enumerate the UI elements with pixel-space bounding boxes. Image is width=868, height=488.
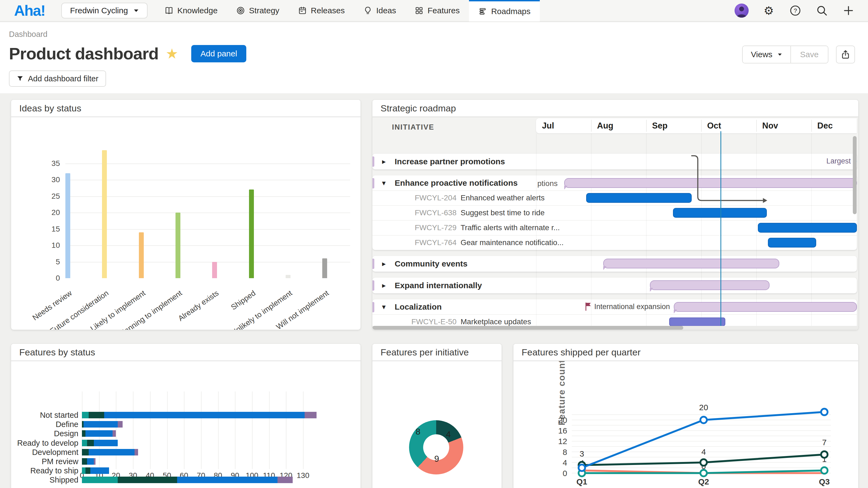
feature-bar[interactable]	[673, 208, 767, 218]
nav-item-features[interactable]: Features	[405, 0, 469, 22]
caret-right-icon[interactable]: ▸	[382, 260, 389, 268]
initiative-row-label[interactable]: ▸Expand internationally	[382, 278, 482, 293]
nav-item-roadmaps[interactable]: Roadmaps	[469, 0, 540, 22]
x-tick-label: 130	[292, 471, 314, 480]
caret-down-icon[interactable]: ▾	[382, 179, 389, 187]
month-label: Sep	[652, 118, 668, 133]
panel-strategic-roadmap: Strategic roadmap INITIATIVEJulAugSepOct…	[372, 99, 859, 330]
initiative-accent	[372, 178, 374, 188]
nav-item-label: Features	[428, 6, 460, 15]
bar-segment-teal	[82, 412, 89, 418]
initiative-row-label[interactable]: ▸Community events	[382, 256, 467, 271]
vertical-scrollbar[interactable]	[853, 136, 857, 214]
initiative-row-label[interactable]: ▸Increase partner promotions	[382, 154, 505, 169]
slice-value-label: 9	[434, 454, 439, 464]
svg-text:Q1: Q1	[577, 477, 587, 486]
views-save-group: Views Save	[742, 45, 828, 63]
svg-text:20: 20	[699, 403, 708, 412]
bar-segment-mauve	[134, 449, 138, 455]
initiative-accent	[372, 280, 374, 291]
feature-bar[interactable]	[669, 318, 725, 326]
help-button[interactable]: ?	[789, 4, 802, 17]
save-button[interactable]: Save	[791, 46, 828, 63]
add-panel-button[interactable]: Add panel	[191, 45, 246, 62]
workspace-switcher[interactable]: Fredwin Cycling	[61, 3, 147, 19]
row-separator	[372, 190, 857, 191]
month-separator	[591, 120, 592, 132]
favorite-star-icon[interactable]: ★	[165, 45, 178, 62]
roadmap-rows: ▸Increase partner promotionsLargest p▾En…	[372, 133, 858, 330]
share-button[interactable]	[836, 45, 855, 63]
category-label: Shipped	[13, 476, 79, 485]
y-tick-label: 20	[19, 208, 60, 217]
feature-name: Traffic alerts with alternate r...	[461, 223, 560, 232]
nav-item-ideas[interactable]: Ideas	[354, 0, 405, 22]
create-button[interactable]	[842, 4, 855, 17]
person-icon	[735, 3, 749, 18]
svg-text:3: 3	[580, 449, 584, 458]
roadmap-month-header: JulAugSepOctNovDec	[536, 118, 857, 133]
initiative-bar[interactable]	[674, 302, 857, 312]
initiative-bar[interactable]	[650, 280, 770, 290]
y-tick-label: 5	[19, 258, 60, 266]
today-line	[720, 131, 721, 326]
gridline	[235, 391, 236, 469]
svg-text:12: 12	[558, 437, 567, 446]
bar-segment-teal	[82, 467, 86, 474]
clipped-initiative-label: ptions	[537, 179, 558, 188]
month-separator	[811, 120, 812, 132]
category-label: Define	[13, 420, 79, 429]
grid-icon	[414, 6, 424, 15]
timeline-gridline	[646, 133, 647, 326]
panel-features-by-status: Features by status 010203040506070809010…	[11, 344, 361, 488]
top-nav: Aha! Fredwin Cycling KnowledgeStrategyRe…	[0, 0, 868, 22]
nav-item-knowledge[interactable]: Knowledge	[155, 0, 227, 22]
milestone-flag[interactable]: Largest p	[824, 156, 857, 166]
nav-right: ⚙ ?	[735, 3, 868, 18]
caret-down-icon[interactable]: ▾	[382, 303, 389, 311]
settings-button[interactable]: ⚙	[762, 4, 775, 17]
roadmap-initiative-card: ▸Expand internationally	[372, 278, 857, 293]
roadmap-column-header: INITIATIVE	[392, 123, 434, 131]
feature-bar[interactable]	[758, 223, 857, 233]
initiative-accent	[372, 259, 374, 269]
horizontal-scrollbar-thumb[interactable]	[372, 326, 683, 330]
horizontal-scrollbar[interactable]	[372, 326, 858, 330]
bar-segment-mauve	[278, 477, 293, 483]
initiative-row-label[interactable]: ▾Localization	[382, 299, 442, 314]
caret-right-icon[interactable]: ▸	[382, 282, 389, 289]
bar-segment-dark-green	[82, 430, 86, 437]
workspace-name: Fredwin Cycling	[70, 6, 128, 15]
bar-segment-blue	[104, 412, 305, 418]
row-separator	[372, 235, 857, 236]
search-button[interactable]	[815, 4, 828, 17]
month-separator	[646, 120, 647, 132]
add-dashboard-filter-button[interactable]: Add dashboard filter	[9, 70, 106, 87]
breadcrumb[interactable]: Dashboard	[9, 30, 48, 39]
nav-item-releases[interactable]: Releases	[289, 0, 354, 22]
views-label: Views	[751, 50, 772, 59]
stacked-bar	[82, 458, 95, 465]
aha-logo[interactable]: Aha!	[14, 2, 45, 19]
bar-segment-mauve	[118, 421, 123, 427]
milestone-flag[interactable]: International expansion	[585, 302, 670, 311]
gridline	[252, 391, 252, 469]
avatar[interactable]	[735, 3, 749, 18]
views-button[interactable]: Views	[743, 46, 791, 63]
initiative-name: Increase partner promotions	[395, 157, 505, 166]
feature-bar[interactable]	[768, 238, 816, 248]
initiative-bar[interactable]	[603, 259, 780, 268]
caret-right-icon[interactable]: ▸	[382, 158, 389, 165]
slice-value-label: 8	[415, 427, 421, 437]
initiative-bar[interactable]	[564, 178, 857, 188]
flag-icon	[824, 156, 824, 166]
nav-item-strategy[interactable]: Strategy	[227, 0, 289, 22]
stacked-bar	[82, 477, 293, 483]
nav-item-label: Releases	[311, 6, 345, 15]
month-separator	[701, 120, 702, 132]
initiative-row-label[interactable]: ▾Enhance proactive notifications	[382, 175, 518, 190]
category-label: PM review	[13, 457, 79, 466]
feature-bar[interactable]	[586, 193, 692, 203]
gridline	[150, 391, 151, 469]
feature-id: FWCYL-E-50	[394, 318, 457, 326]
